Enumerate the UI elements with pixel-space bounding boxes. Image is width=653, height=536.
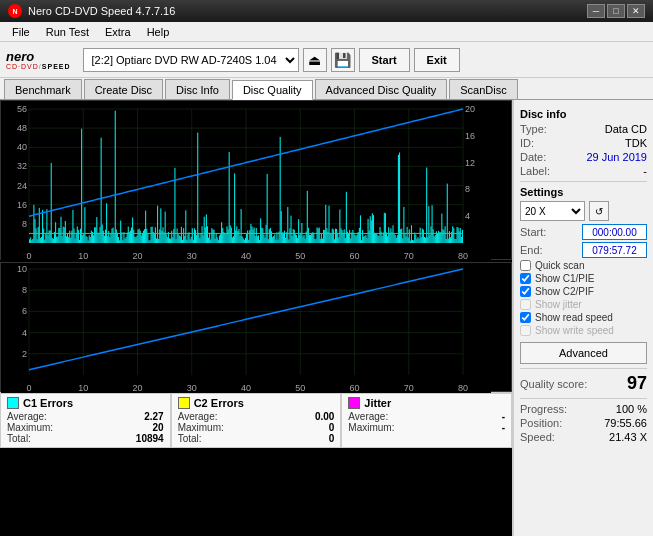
disc-id-row: ID: TDK <box>520 137 647 149</box>
jitter-color-box <box>348 397 360 409</box>
legend-c1-errors: C1 Errors Average: 2.27 Maximum: 20 Tota… <box>0 393 171 448</box>
disc-type-label: Type: <box>520 123 547 135</box>
start-time-input[interactable] <box>582 224 647 240</box>
exit-button[interactable]: Exit <box>414 48 460 72</box>
disc-type-value: Data CD <box>605 123 647 135</box>
quick-scan-row: Quick scan <box>520 260 647 271</box>
toolbar: nero CD·DVD/SPEED [2:2] Optiarc DVD RW A… <box>0 42 653 78</box>
c2-errors-label: C2 Errors <box>194 397 244 409</box>
tab-disc-info[interactable]: Disc Info <box>165 79 230 99</box>
menu-file[interactable]: File <box>4 24 38 40</box>
divider3 <box>520 398 647 399</box>
tab-disc-quality[interactable]: Disc Quality <box>232 80 313 100</box>
title-bar: N Nero CD-DVD Speed 4.7.7.16 ─ □ ✕ <box>0 0 653 22</box>
close-button[interactable]: ✕ <box>627 4 645 18</box>
speed-row: Speed: 21.43 X <box>520 431 647 443</box>
divider2 <box>520 368 647 369</box>
advanced-button[interactable]: Advanced <box>520 342 647 364</box>
disc-id-label: ID: <box>520 137 534 149</box>
quick-scan-label: Quick scan <box>535 260 584 271</box>
show-c1-checkbox[interactable] <box>520 273 531 284</box>
progress-row: Progress: 100 % <box>520 403 647 415</box>
disc-label-label: Label: <box>520 165 550 177</box>
refresh-button[interactable]: ↺ <box>589 201 609 221</box>
c1-avg-label: Average: <box>7 411 47 422</box>
disc-date-value: 29 Jun 2019 <box>586 151 647 163</box>
tab-advanced-disc-quality[interactable]: Advanced Disc Quality <box>315 79 448 99</box>
progress-value: 100 % <box>616 403 647 415</box>
show-jitter-label: Show jitter <box>535 299 582 310</box>
show-jitter-row: Show jitter <box>520 299 647 310</box>
c1-color-box <box>7 397 19 409</box>
start-time-row: Start: <box>520 224 647 240</box>
disc-info-title: Disc info <box>520 108 647 120</box>
jitter-avg-value: - <box>502 411 505 422</box>
tab-scan-disc[interactable]: ScanDisc <box>449 79 517 99</box>
show-read-speed-row: Show read speed <box>520 312 647 323</box>
c1-errors-label: C1 Errors <box>23 397 73 409</box>
show-jitter-checkbox[interactable] <box>520 299 531 310</box>
divider1 <box>520 181 647 182</box>
speed-value: 21.43 X <box>609 431 647 443</box>
tab-benchmark[interactable]: Benchmark <box>4 79 82 99</box>
save-button[interactable]: 💾 <box>331 48 355 72</box>
menu-bar: File Run Test Extra Help <box>0 22 653 42</box>
disc-date-row: Date: 29 Jun 2019 <box>520 151 647 163</box>
lower-chart <box>0 262 512 392</box>
show-write-speed-checkbox[interactable] <box>520 325 531 336</box>
show-read-speed-checkbox[interactable] <box>520 312 531 323</box>
c2-max-label: Maximum: <box>178 422 224 433</box>
speed-selector[interactable]: 20 X <box>520 201 585 221</box>
show-c2-checkbox[interactable] <box>520 286 531 297</box>
tabs-bar: Benchmark Create Disc Disc Info Disc Qua… <box>0 78 653 100</box>
quality-score-value: 97 <box>627 373 647 394</box>
right-panel: Disc info Type: Data CD ID: TDK Date: 29… <box>513 100 653 536</box>
show-c1-label: Show C1/PIE <box>535 273 594 284</box>
eject-button[interactable]: ⏏ <box>303 48 327 72</box>
disc-type-row: Type: Data CD <box>520 123 647 135</box>
menu-extra[interactable]: Extra <box>97 24 139 40</box>
jitter-avg-label: Average: <box>348 411 388 422</box>
start-time-label: Start: <box>520 226 546 238</box>
speed-row: 20 X ↺ <box>520 201 647 221</box>
jitter-max-value: - <box>502 422 505 433</box>
disc-label-value: - <box>643 165 647 177</box>
logo: nero CD·DVD/SPEED <box>6 50 71 70</box>
end-time-label: End: <box>520 244 543 256</box>
position-label: Position: <box>520 417 562 429</box>
disc-date-label: Date: <box>520 151 546 163</box>
menu-help[interactable]: Help <box>139 24 178 40</box>
legend-c2-errors: C2 Errors Average: 0.00 Maximum: 0 Total… <box>171 393 342 448</box>
app-icon: N <box>8 4 22 18</box>
position-value: 79:55.66 <box>604 417 647 429</box>
legend-jitter: Jitter Average: - Maximum: - <box>341 393 512 448</box>
show-write-speed-row: Show write speed <box>520 325 647 336</box>
settings-title: Settings <box>520 186 647 198</box>
position-row: Position: 79:55.66 <box>520 417 647 429</box>
quality-score-row: Quality score: 97 <box>520 373 647 394</box>
progress-label: Progress: <box>520 403 567 415</box>
c2-avg-label: Average: <box>178 411 218 422</box>
disc-id-value: TDK <box>625 137 647 149</box>
c1-avg-value: 2.27 <box>144 411 163 422</box>
minimize-button[interactable]: ─ <box>587 4 605 18</box>
legend: C1 Errors Average: 2.27 Maximum: 20 Tota… <box>0 392 512 448</box>
window-controls: ─ □ ✕ <box>587 4 645 18</box>
show-c1-row: Show C1/PIE <box>520 273 647 284</box>
end-time-input[interactable] <box>582 242 647 258</box>
maximize-button[interactable]: □ <box>607 4 625 18</box>
drive-selector[interactable]: [2:2] Optiarc DVD RW AD-7240S 1.04 <box>83 48 299 72</box>
start-button[interactable]: Start <box>359 48 410 72</box>
jitter-label: Jitter <box>364 397 391 409</box>
end-time-row: End: <box>520 242 647 258</box>
show-c2-row: Show C2/PIF <box>520 286 647 297</box>
tab-create-disc[interactable]: Create Disc <box>84 79 163 99</box>
c2-total-value: 0 <box>329 433 335 444</box>
c2-total-label: Total: <box>178 433 202 444</box>
menu-run-test[interactable]: Run Test <box>38 24 97 40</box>
quality-score-label: Quality score: <box>520 378 587 390</box>
quick-scan-checkbox[interactable] <box>520 260 531 271</box>
upper-chart <box>0 100 512 260</box>
c1-max-value: 20 <box>153 422 164 433</box>
show-write-speed-label: Show write speed <box>535 325 614 336</box>
